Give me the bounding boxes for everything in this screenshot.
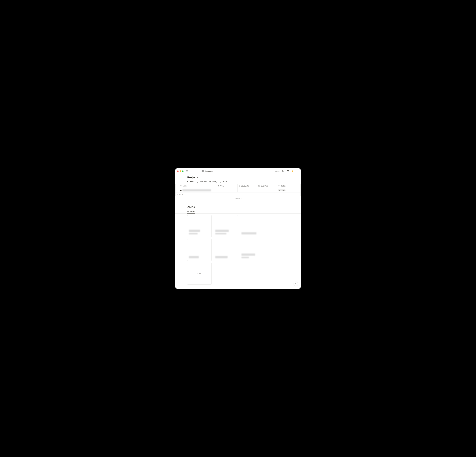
svg-marker-6 <box>292 170 294 172</box>
app-window: 🎛️ Dashboard Share Projects <box>175 168 301 289</box>
calendar-icon <box>238 185 240 187</box>
new-row-button[interactable]: New <box>176 192 300 196</box>
svg-point-27 <box>278 185 280 186</box>
svg-rect-13 <box>197 181 198 183</box>
col-start-date[interactable]: Start Date <box>238 184 257 188</box>
tab-priority[interactable]: Priority <box>209 180 217 184</box>
tab-inbox[interactable]: Inbox <box>187 180 194 184</box>
projects-section: Projects Inbox Deadlines Priority Status <box>175 176 301 200</box>
col-area[interactable]: Area <box>216 184 238 188</box>
col-name[interactable]: Aa Name <box>176 184 216 188</box>
plus-icon <box>177 193 178 195</box>
maximize-window[interactable] <box>182 170 184 172</box>
folder-icon <box>180 189 182 191</box>
redacted-text <box>189 256 199 258</box>
redacted-text <box>241 232 256 234</box>
svg-rect-32 <box>187 212 188 212</box>
projects-title: Projects <box>187 176 289 179</box>
nav-forward-icon[interactable] <box>194 170 196 173</box>
gallery-card[interactable] <box>187 239 212 261</box>
tab-status[interactable]: Status <box>220 180 227 184</box>
new-page-icon[interactable] <box>197 170 200 173</box>
gallery-card[interactable] <box>187 215 212 237</box>
svg-point-9 <box>298 171 298 171</box>
text-icon: Aa <box>180 185 182 187</box>
projects-tabs: Inbox Deadlines Priority Status <box>175 180 301 184</box>
nav-back-icon[interactable] <box>189 170 193 173</box>
comments-icon[interactable] <box>282 170 285 173</box>
col-due-date[interactable]: Due Date <box>257 184 277 188</box>
sparkle-icon <box>295 283 297 285</box>
svg-rect-25 <box>259 185 260 187</box>
minimize-window[interactable] <box>180 170 181 172</box>
layers-icon <box>217 185 219 187</box>
redacted-text <box>215 256 228 258</box>
window-controls <box>177 170 184 172</box>
status-badge: Inbox <box>278 189 286 191</box>
svg-point-7 <box>297 171 297 171</box>
svg-point-8 <box>297 171 298 171</box>
redacted-text <box>189 233 198 234</box>
ai-assist-button[interactable] <box>294 282 298 286</box>
plus-icon <box>196 273 198 274</box>
page-emoji-icon: 🎛️ <box>201 170 204 172</box>
breadcrumb[interactable]: 🎛️ Dashboard <box>201 170 213 172</box>
svg-rect-23 <box>239 185 240 187</box>
share-button[interactable]: Share <box>275 170 280 172</box>
gallery-card[interactable] <box>240 239 264 261</box>
svg-rect-33 <box>188 212 189 212</box>
gallery-card[interactable] <box>213 215 238 237</box>
sidebar-toggle-icon[interactable] <box>186 170 188 173</box>
col-status[interactable]: Status <box>277 184 300 188</box>
areas-gallery: New <box>187 215 289 285</box>
projects-table-header: Aa Name Area Start Date Due Date <box>176 184 300 188</box>
more-menu-icon[interactable] <box>296 170 299 173</box>
redacted-text <box>189 230 200 232</box>
tab-deadlines[interactable]: Deadlines <box>196 180 207 184</box>
page-title: Dashboard <box>205 170 213 172</box>
svg-marker-22 <box>218 186 219 187</box>
areas-section: Areas Gallery <box>175 206 301 285</box>
topbar: 🎛️ Dashboard Share <box>175 168 301 174</box>
tab-gallery[interactable]: Gallery <box>187 210 195 213</box>
redacted-text <box>241 254 255 256</box>
table-row[interactable]: Inbox <box>176 188 300 192</box>
close-window[interactable] <box>177 170 179 172</box>
topbar-right: Share <box>275 170 299 173</box>
svg-point-20 <box>220 181 221 183</box>
gallery-card[interactable] <box>213 239 238 261</box>
redacted-text <box>215 233 226 234</box>
gallery-icon <box>187 211 189 212</box>
progress-icon <box>278 185 280 187</box>
areas-title: Areas <box>187 206 289 209</box>
calendar-icon <box>258 185 260 187</box>
favorite-icon[interactable] <box>291 170 294 173</box>
projects-table: Aa Name Area Start Date Due Date <box>175 184 301 196</box>
redacted-text <box>241 257 249 258</box>
svg-rect-30 <box>187 211 188 211</box>
projects-count: COUNT1 <box>175 196 301 200</box>
calendar-icon <box>196 181 198 183</box>
redacted-text <box>215 230 229 232</box>
page-content: Projects Inbox Deadlines Priority Status <box>175 174 301 289</box>
progress-icon <box>220 181 221 183</box>
areas-tabs: Gallery <box>175 210 301 214</box>
inbox-icon <box>187 181 189 183</box>
svg-rect-31 <box>188 211 189 211</box>
gallery-new-card[interactable]: New <box>187 263 212 285</box>
updates-icon[interactable] <box>287 170 289 173</box>
redacted-text <box>182 189 211 191</box>
gallery-card[interactable] <box>240 215 264 237</box>
alert-icon <box>209 181 211 183</box>
